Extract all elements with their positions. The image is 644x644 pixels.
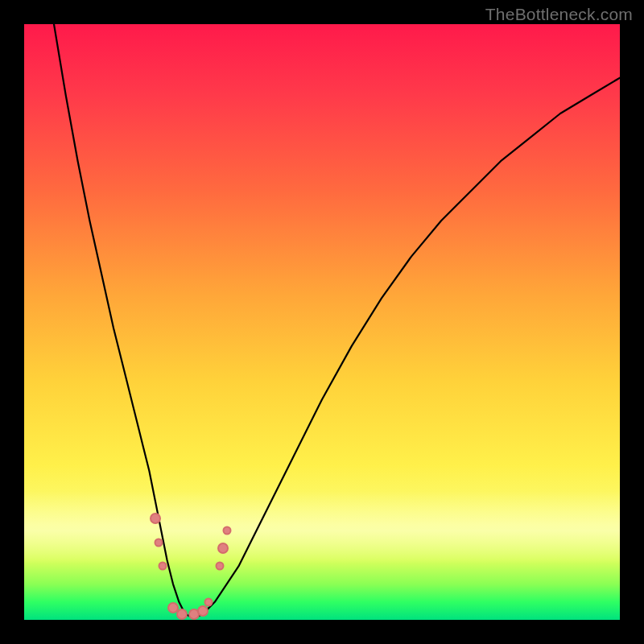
chart-frame: TheBottleneck.com	[0, 0, 644, 644]
marker-dot	[197, 605, 208, 617]
watermark-text: TheBottleneck.com	[485, 5, 633, 24]
haze-band	[24, 491, 620, 564]
marker-dot	[176, 609, 188, 620]
marker-dot	[204, 597, 213, 606]
marker-dot	[167, 602, 179, 613]
plot-area	[24, 24, 620, 620]
marker-dot	[188, 609, 200, 620]
